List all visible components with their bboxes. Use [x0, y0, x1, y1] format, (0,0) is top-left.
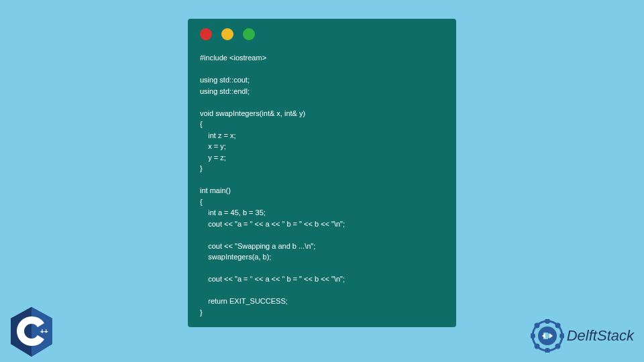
code-window: #include <iostream> using std::cout; usi… — [188, 19, 456, 327]
delftstack-logo: DelftStack — [531, 319, 634, 353]
svg-point-10 — [534, 344, 539, 349]
close-icon — [200, 28, 212, 40]
svg-point-7 — [559, 333, 564, 339]
delftstack-gear-icon — [531, 319, 564, 353]
svg-text:++: ++ — [40, 328, 48, 335]
maximize-icon — [243, 28, 255, 40]
minimize-icon — [221, 28, 233, 40]
svg-point-6 — [555, 323, 560, 328]
cpp-logo-icon: ++ — [8, 306, 55, 358]
delftstack-brand-text: DelftStack — [567, 327, 634, 345]
svg-point-9 — [545, 348, 550, 353]
window-controls — [200, 28, 444, 40]
svg-point-5 — [545, 319, 550, 324]
svg-point-8 — [555, 344, 560, 349]
svg-point-12 — [534, 323, 539, 328]
code-content: #include <iostream> using std::cout; usi… — [200, 52, 444, 318]
svg-point-11 — [531, 333, 535, 339]
